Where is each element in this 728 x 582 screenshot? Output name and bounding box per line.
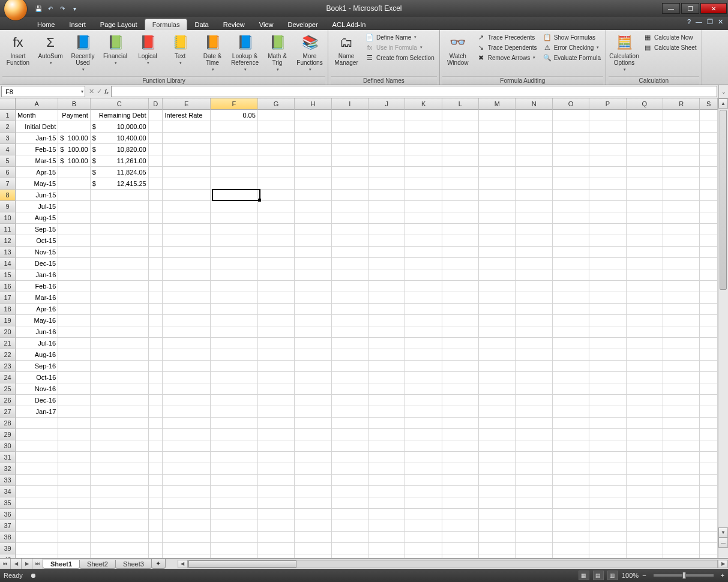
cell[interactable] [149,190,163,201]
cell[interactable] [479,190,516,201]
cell[interactable] [553,452,589,463]
cell[interactable] [589,281,626,292]
row-header-30[interactable]: 30 [0,440,16,452]
cell[interactable] [589,247,626,258]
cell[interactable] [369,497,405,509]
cell[interactable] [211,212,258,224]
minimize-button[interactable]: — [662,3,680,14]
cell[interactable] [258,144,295,155]
cell[interactable] [516,418,552,429]
cell[interactable] [663,224,700,235]
cell[interactable] [479,304,516,315]
cell[interactable] [516,133,552,144]
cell[interactable] [369,212,405,224]
cell[interactable] [663,383,700,395]
formula-bar[interactable] [111,86,717,97]
cell[interactable] [211,486,258,497]
minimize-ribbon-icon[interactable]: — [696,18,702,26]
cell[interactable] [332,247,369,258]
cell[interactable] [627,406,663,418]
watch-window-button[interactable]: 👓Watch Window [442,31,474,67]
cell[interactable] [553,292,589,304]
tab-formulas[interactable]: Formulas [145,19,188,30]
cell[interactable] [295,543,331,554]
cell[interactable] [442,133,479,144]
cell[interactable] [589,292,626,304]
column-header-A[interactable]: A [16,98,58,110]
column-header-D[interactable]: D [149,98,163,110]
sheet-tab-sheet2[interactable]: Sheet2 [79,560,116,569]
cell[interactable] [295,258,331,269]
cell[interactable] [663,463,700,475]
cell[interactable] [479,201,516,212]
row-header-20[interactable]: 20 [0,326,16,338]
cell[interactable] [627,155,663,167]
cell[interactable] [258,372,295,383]
cell[interactable] [627,121,663,133]
cell[interactable] [211,190,258,201]
cell[interactable] [163,155,210,167]
cell[interactable] [58,452,90,463]
cell[interactable] [211,395,258,406]
cell[interactable] [589,258,626,269]
row-header-4[interactable]: 4 [0,144,16,155]
calculation-options-button[interactable]: 🧮Calculation Options [609,31,640,74]
cell[interactable] [663,292,700,304]
cell[interactable] [516,486,552,497]
column-header-Q[interactable]: Q [627,98,663,110]
cell[interactable] [258,326,295,338]
cell[interactable]: Apr-16 [16,304,58,315]
cell[interactable] [627,509,663,520]
cell[interactable] [91,520,149,532]
cell[interactable] [627,292,663,304]
cell[interactable] [295,463,331,475]
cell[interactable] [332,349,369,361]
cell[interactable] [479,133,516,144]
cell[interactable] [58,418,90,429]
cell[interactable] [211,532,258,543]
close-button[interactable]: ✕ [700,3,727,14]
cell[interactable] [163,463,210,475]
cell[interactable] [627,190,663,201]
cell[interactable] [442,258,479,269]
cell[interactable] [663,155,700,167]
cell[interactable] [369,304,405,315]
normal-view-button[interactable]: ▦ [579,571,589,580]
cell[interactable] [627,486,663,497]
cell[interactable] [163,532,210,543]
cell[interactable] [58,235,90,247]
cell[interactable] [91,429,149,440]
cell[interactable] [627,554,663,558]
cell[interactable] [700,292,718,304]
cell[interactable] [405,121,442,133]
cell[interactable] [258,155,295,167]
cell[interactable] [663,133,700,144]
cell[interactable] [700,452,718,463]
cell[interactable] [663,144,700,155]
cell[interactable] [258,121,295,133]
cell[interactable] [149,406,163,418]
cell[interactable]: Jan-15 [16,133,58,144]
cell[interactable] [627,440,663,452]
cell[interactable] [16,543,58,554]
cell[interactable] [58,372,90,383]
cell[interactable] [405,543,442,554]
cell[interactable] [589,190,626,201]
cell[interactable] [442,167,479,178]
cell[interactable] [516,121,552,133]
cell[interactable] [442,520,479,532]
cell[interactable] [700,361,718,372]
cell[interactable] [405,144,442,155]
cell[interactable] [442,235,479,247]
cell[interactable] [479,121,516,133]
cell[interactable] [700,144,718,155]
show-formulas-button[interactable]: 📋Show Formulas [542,32,602,42]
sheet-nav-prev[interactable]: ◀ [11,559,22,569]
cell[interactable] [627,167,663,178]
cell[interactable] [332,440,369,452]
cell[interactable] [589,224,626,235]
cell[interactable] [627,463,663,475]
cell[interactable] [663,201,700,212]
cell[interactable] [553,224,589,235]
cell[interactable] [163,212,210,224]
